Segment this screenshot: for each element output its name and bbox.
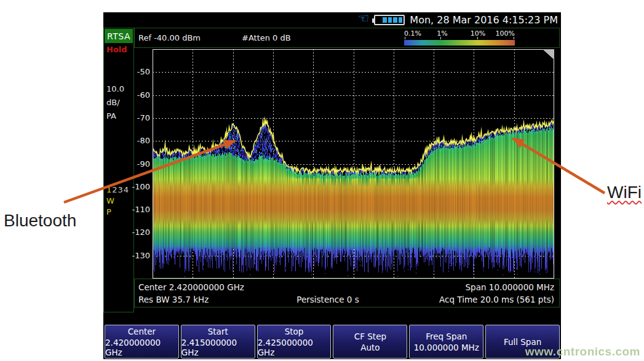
legend-tick [477, 37, 478, 39]
y-axis-label: -130 [132, 251, 150, 260]
wifi-callout-label: WiFi [607, 183, 642, 202]
softkey-center[interactable]: Center 2.420000000 GHz [105, 325, 179, 359]
legend-label-100: 100% [496, 30, 515, 38]
rbw-text: Res BW 35.7 kHz [138, 295, 315, 304]
scale-value: 10.0 [106, 84, 124, 93]
watermark-text: www.cntronics.com [525, 345, 640, 359]
battery-cell [388, 17, 392, 23]
legend-label-1: 1% [437, 30, 447, 38]
legend-tick [514, 37, 514, 39]
softkey-label: Center [128, 327, 156, 336]
inactive-trace-numbers: 234 [112, 185, 129, 194]
y-axis-label: -70 [137, 113, 150, 122]
scale-unit: dB/ [106, 98, 120, 107]
mode-badge-rtsa[interactable]: RTSA [105, 29, 133, 43]
trace-flag-w: W [106, 196, 114, 205]
battery-cell [393, 17, 397, 23]
softkey-value: 10.000000 MHz [414, 343, 479, 352]
battery-cell [383, 17, 387, 23]
y-axis-label: -50 [137, 67, 150, 76]
ref-level-text: Ref -40.00 dBm [138, 33, 201, 42]
y-axis-labels: -50-60-70-80-90-100-110-120-130 [128, 49, 151, 279]
y-axis-label: -90 [137, 159, 150, 169]
softkey-value: Auto [360, 343, 380, 352]
softkey-label: CF Step [354, 331, 386, 341]
active-trace-number: 1 [106, 185, 112, 194]
softkey-row: Center 2.420000000 GHz Start 2.415000000… [103, 324, 561, 359]
clock-text: Mon, 28 Mar 2016 4:15:23 PM [410, 14, 558, 26]
legend-label-10: 10% [471, 30, 485, 38]
battery-icon [374, 15, 405, 25]
softkey-label: Freq Span [426, 331, 467, 341]
analyzer-screen: ☜ Mon, 28 Mar 2016 4:15:23 PM RTSA Hold … [103, 12, 561, 359]
y-axis-label: -100 [132, 182, 150, 191]
persistence-text: Persistence 0 s [296, 295, 359, 304]
bluetooth-callout-label: Bluetooth [4, 211, 76, 231]
softkey-freq-span[interactable]: Freq Span 10.000000 MHz [409, 325, 483, 359]
softkey-label: Start [208, 327, 228, 336]
center-freq-text: Center 2.420000000 GHz [138, 282, 244, 292]
density-gradient-bar [404, 40, 515, 46]
y-axis-label: -120 [132, 228, 150, 237]
spectrum-persistence-plot[interactable] [153, 49, 554, 279]
pointer-hand-icon: ☜ [358, 12, 370, 25]
density-color-legend: 0.1% 1% 10% 100% [404, 30, 515, 47]
legend-label-0p1: 0.1% [404, 30, 421, 38]
softkey-value: 2.425000000 GHz [258, 338, 331, 357]
status-bar: ☜ Mon, 28 Mar 2016 4:15:23 PM [103, 12, 561, 28]
softkey-value: 2.420000000 GHz [105, 338, 178, 357]
softkey-value: 2.415000000 GHz [181, 338, 255, 357]
span-text: Span 10.000000 MHz [466, 282, 554, 292]
legend-tick [440, 37, 441, 39]
y-axis-label: -110 [132, 205, 150, 214]
sweep-state-hold: Hold [106, 45, 127, 54]
softkey-cf-step[interactable]: CF Step Auto [333, 325, 407, 359]
softkey-start[interactable]: Start 2.415000000 GHz [181, 325, 255, 359]
atten-text: #Atten 0 dB [242, 33, 291, 42]
y-axis-label: -60 [137, 90, 150, 100]
trace-flag-p: P [106, 207, 111, 216]
acq-time-text: Acq Time 20.0 ms (561 pts) [378, 295, 554, 304]
y-axis-label: -80 [137, 136, 150, 145]
detector-label: PA [106, 111, 116, 121]
trace-numbers: 1234 [106, 185, 129, 194]
battery-cell [399, 17, 403, 23]
top-annotation-bar: Ref -40.00 dBm #Atten 0 dB 0.1% 1% 10% 1… [134, 28, 560, 48]
bottom-annotation-bar: Center 2.420000000 GHz Span 10.000000 MH… [134, 279, 560, 307]
softkey-label: Stop [285, 327, 304, 336]
softkey-stop[interactable]: Stop 2.425000000 GHz [257, 325, 332, 359]
legend-tick [405, 37, 405, 39]
